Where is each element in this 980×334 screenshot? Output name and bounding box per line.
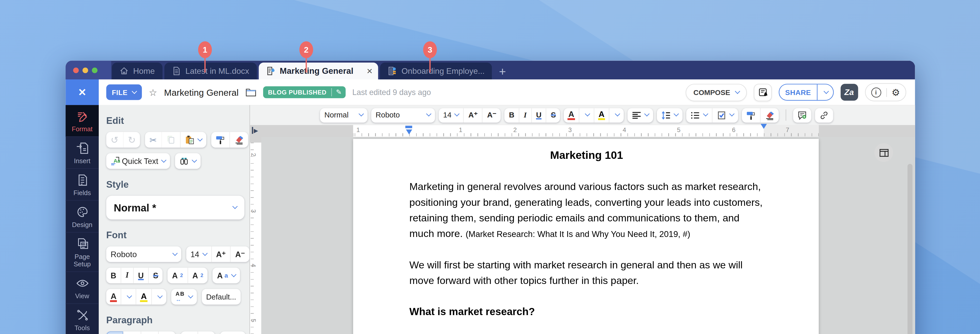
horizontal-ruler[interactable]: ▶ 1 1 2 3 4 5 6 7 bbox=[250, 125, 915, 137]
left-indent-marker[interactable] bbox=[405, 126, 412, 134]
favorite-star-icon[interactable]: ☆ bbox=[149, 86, 157, 98]
superscript-button[interactable]: A2 bbox=[168, 268, 187, 283]
font-color-dropdown[interactable] bbox=[121, 289, 136, 304]
edit-status-icon[interactable]: ✎ bbox=[331, 88, 345, 96]
document-toolbar: Normal Roboto 14 A⁺ A⁻ B I U S bbox=[250, 105, 915, 126]
zia-button[interactable]: Za bbox=[840, 84, 858, 101]
underline-button[interactable]: U bbox=[133, 268, 148, 283]
format-painter-button[interactable] bbox=[211, 132, 229, 148]
subscript-button[interactable]: A2 bbox=[187, 268, 208, 283]
indent-decrease-button[interactable] bbox=[197, 331, 215, 334]
sidebar-item-tools[interactable]: Tools bbox=[65, 304, 99, 334]
folder-icon[interactable] bbox=[245, 88, 256, 97]
tab-onboarding-employees[interactable]: Onboarding Employe... bbox=[380, 62, 492, 80]
strikethrough-button[interactable]: S bbox=[148, 268, 162, 283]
font-family-dropdown-toolbar[interactable]: Roboto bbox=[371, 108, 435, 122]
decrease-font-button[interactable]: A⁻ bbox=[230, 246, 249, 262]
italic-button[interactable]: I bbox=[519, 108, 531, 122]
align-right-button[interactable] bbox=[141, 331, 158, 334]
font-size-dropdown[interactable]: 14 bbox=[186, 246, 211, 262]
share-dropdown[interactable] bbox=[817, 85, 833, 100]
style-dropdown[interactable]: Normal * bbox=[106, 196, 244, 220]
close-panel-button[interactable]: ✕ bbox=[65, 80, 99, 105]
settings-gear-icon[interactable]: ⚙ bbox=[892, 88, 900, 97]
new-tab-button[interactable]: + bbox=[499, 66, 506, 78]
post-notification-button[interactable] bbox=[754, 83, 772, 101]
undo-button[interactable]: ↺ bbox=[106, 132, 123, 148]
alignment-dropdown[interactable] bbox=[628, 108, 653, 122]
change-case-button[interactable]: Aa bbox=[213, 268, 240, 283]
find-dropdown-icon[interactable] bbox=[192, 157, 197, 162]
format-painter-button[interactable] bbox=[742, 108, 760, 122]
clear-format-button[interactable] bbox=[229, 132, 248, 148]
increase-font-button[interactable]: A⁺ bbox=[211, 246, 230, 262]
font-size-value: 14 bbox=[443, 110, 452, 119]
default-format-button[interactable]: Default... bbox=[202, 289, 240, 304]
font-color-dropdown[interactable] bbox=[579, 108, 593, 122]
cut-button[interactable]: ✂ bbox=[145, 132, 161, 148]
underline-button[interactable]: U bbox=[531, 108, 546, 122]
bold-button[interactable]: B bbox=[106, 268, 121, 283]
ruler-toggle-icon[interactable]: ▶ bbox=[252, 127, 258, 134]
page-layout-button[interactable] bbox=[874, 143, 893, 162]
find-replace-button[interactable] bbox=[175, 153, 200, 169]
tab-close-icon[interactable]: ✕ bbox=[366, 67, 373, 75]
design-palette-icon bbox=[75, 205, 89, 219]
sidebar-item-fields[interactable]: Fields bbox=[65, 169, 99, 201]
zoom-window-button[interactable] bbox=[92, 67, 97, 73]
indent-increase-button[interactable] bbox=[181, 331, 197, 334]
quick-text-button[interactable]: Aa Quick Text bbox=[106, 153, 170, 169]
add-comment-button[interactable] bbox=[793, 108, 811, 122]
doc-heading-2[interactable]: What is market research? bbox=[409, 306, 764, 318]
highlight-color-button[interactable]: A bbox=[136, 289, 151, 304]
minimize-window-button[interactable] bbox=[83, 67, 88, 73]
paste-dropdown-icon[interactable] bbox=[197, 136, 203, 141]
font-color-button[interactable]: A bbox=[106, 289, 121, 304]
font-size-dropdown-toolbar[interactable]: 14 bbox=[439, 108, 463, 122]
sidebar-item-design[interactable]: Design bbox=[65, 201, 99, 233]
strikethrough-button[interactable]: S bbox=[546, 108, 560, 122]
file-menu-button[interactable]: FILE bbox=[106, 85, 142, 100]
bold-button[interactable]: B bbox=[504, 108, 519, 122]
list-dropdown[interactable] bbox=[686, 108, 712, 122]
font-family-dropdown[interactable]: Roboto bbox=[106, 246, 181, 262]
document-page[interactable]: Marketing 101 Marketing in general revol… bbox=[353, 139, 819, 334]
checklist-dropdown[interactable] bbox=[712, 108, 738, 122]
line-spacing-button[interactable] bbox=[220, 331, 245, 334]
tab-marketing-general[interactable]: Marketing General ✕ bbox=[259, 62, 379, 80]
doc-title[interactable]: Marketing 101 bbox=[409, 149, 764, 162]
ruler-number: 6 bbox=[732, 126, 735, 133]
italic-button[interactable]: I bbox=[121, 268, 133, 283]
close-window-button[interactable] bbox=[73, 67, 79, 73]
highlight-color-dropdown[interactable] bbox=[151, 289, 166, 304]
vertical-scrollbar[interactable] bbox=[907, 164, 913, 334]
sidebar-item-page-setup[interactable]: Page Setup bbox=[65, 233, 99, 272]
insert-link-button[interactable] bbox=[815, 108, 833, 122]
highlight-color-dropdown[interactable] bbox=[609, 108, 624, 122]
status-badge[interactable]: BLOG PUBLISHED ✎ bbox=[263, 86, 345, 98]
doc-paragraph-1[interactable]: Marketing in general revolves around var… bbox=[409, 179, 764, 242]
align-center-button[interactable] bbox=[123, 331, 141, 334]
sidebar-item-view[interactable]: View bbox=[65, 272, 99, 304]
char-spacing-button[interactable]: AB↔ bbox=[171, 289, 197, 304]
doc-paragraph-2[interactable]: We will first be starting with market re… bbox=[409, 257, 764, 288]
info-icon[interactable]: i bbox=[871, 87, 881, 97]
increase-font-button[interactable]: A⁺ bbox=[463, 108, 482, 122]
sidebar-item-insert[interactable]: Insert bbox=[65, 137, 99, 169]
compose-button[interactable]: COMPOSE bbox=[686, 83, 747, 101]
font-color-button[interactable]: A bbox=[564, 108, 579, 122]
highlight-color-button[interactable]: A bbox=[593, 108, 609, 122]
share-button[interactable]: SHARE bbox=[779, 84, 834, 101]
clear-format-button[interactable] bbox=[760, 108, 779, 122]
align-justify-button[interactable] bbox=[158, 331, 176, 334]
align-left-button[interactable] bbox=[106, 331, 123, 334]
tab-home[interactable]: Home bbox=[112, 62, 162, 80]
sidebar-item-format[interactable]: Format bbox=[65, 105, 99, 137]
line-spacing-dropdown[interactable] bbox=[657, 108, 682, 122]
paste-button[interactable] bbox=[180, 132, 206, 148]
tab-latest-in-ml[interactable]: Latest in ML.docx bbox=[164, 62, 256, 80]
redo-button[interactable]: ↻ bbox=[123, 132, 140, 148]
copy-button[interactable] bbox=[161, 132, 180, 148]
decrease-font-button[interactable]: A⁻ bbox=[482, 108, 501, 122]
style-dropdown-toolbar[interactable]: Normal bbox=[320, 108, 368, 122]
